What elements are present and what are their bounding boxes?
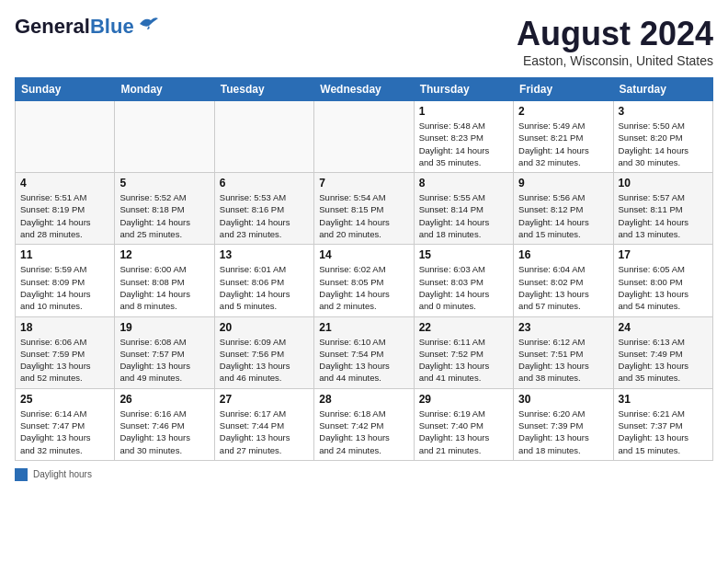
- day-info: Sunrise: 6:17 AM Sunset: 7:44 PM Dayligh…: [220, 408, 309, 456]
- day-number: 1: [419, 105, 508, 118]
- calendar-header-wednesday: Wednesday: [314, 78, 414, 101]
- day-info: Sunrise: 6:14 AM Sunset: 7:47 PM Dayligh…: [20, 408, 109, 456]
- day-info: Sunrise: 6:08 AM Sunset: 7:57 PM Dayligh…: [119, 336, 209, 385]
- day-info: Sunrise: 6:02 AM Sunset: 8:05 PM Dayligh…: [319, 263, 408, 312]
- day-number: 2: [518, 105, 608, 118]
- day-number: 9: [518, 177, 608, 190]
- day-number: 26: [119, 393, 209, 406]
- day-info: Sunrise: 6:04 AM Sunset: 8:02 PM Dayligh…: [518, 263, 608, 312]
- day-info: Sunrise: 6:13 AM Sunset: 7:49 PM Dayligh…: [619, 336, 708, 385]
- calendar-cell: 8Sunrise: 5:55 AM Sunset: 8:14 PM Daylig…: [414, 173, 513, 245]
- calendar-cell: 21Sunrise: 6:10 AM Sunset: 7:54 PM Dayli…: [314, 316, 414, 388]
- day-info: Sunrise: 6:12 AM Sunset: 7:51 PM Dayligh…: [518, 336, 608, 385]
- daylight-legend-box: [15, 468, 28, 481]
- day-info: Sunrise: 6:16 AM Sunset: 7:46 PM Dayligh…: [119, 408, 209, 456]
- day-info: Sunrise: 6:19 AM Sunset: 7:40 PM Dayligh…: [419, 408, 508, 456]
- calendar-cell: 11Sunrise: 5:59 AM Sunset: 8:09 PM Dayli…: [16, 245, 115, 316]
- day-number: 30: [518, 393, 608, 406]
- calendar-cell: 27Sunrise: 6:17 AM Sunset: 7:44 PM Dayli…: [214, 388, 313, 460]
- calendar-header-saturday: Saturday: [613, 78, 712, 101]
- calendar-week-1: 1Sunrise: 5:48 AM Sunset: 8:23 PM Daylig…: [16, 101, 713, 173]
- calendar-header-monday: Monday: [115, 78, 214, 101]
- daylight-label: Daylight hours: [33, 469, 92, 479]
- day-number: 19: [119, 321, 209, 334]
- day-info: Sunrise: 6:05 AM Sunset: 8:00 PM Dayligh…: [619, 263, 708, 312]
- calendar-cell: 31Sunrise: 6:21 AM Sunset: 7:37 PM Dayli…: [613, 388, 712, 460]
- day-number: 22: [419, 321, 508, 334]
- day-info: Sunrise: 6:00 AM Sunset: 8:08 PM Dayligh…: [119, 263, 209, 312]
- calendar-cell: 26Sunrise: 6:16 AM Sunset: 7:46 PM Dayli…: [115, 388, 214, 460]
- day-info: Sunrise: 5:56 AM Sunset: 8:12 PM Dayligh…: [518, 191, 608, 240]
- day-number: 29: [419, 393, 508, 406]
- calendar-cell: [214, 101, 313, 173]
- day-number: 23: [518, 321, 608, 334]
- calendar-cell: [115, 101, 214, 173]
- day-number: 25: [20, 393, 109, 406]
- title-area: August 2024 Easton, Wisconsin, United St…: [517, 15, 713, 68]
- day-number: 15: [419, 248, 508, 261]
- day-info: Sunrise: 5:49 AM Sunset: 8:21 PM Dayligh…: [518, 120, 608, 168]
- calendar-header-thursday: Thursday: [414, 78, 513, 101]
- day-info: Sunrise: 6:06 AM Sunset: 7:59 PM Dayligh…: [20, 336, 109, 385]
- calendar-cell: 3Sunrise: 5:50 AM Sunset: 8:20 PM Daylig…: [613, 101, 712, 173]
- day-info: Sunrise: 6:10 AM Sunset: 7:54 PM Dayligh…: [319, 336, 408, 385]
- calendar-week-3: 11Sunrise: 5:59 AM Sunset: 8:09 PM Dayli…: [16, 245, 713, 316]
- day-number: 21: [319, 321, 408, 334]
- calendar-cell: 16Sunrise: 6:04 AM Sunset: 8:02 PM Dayli…: [514, 245, 613, 316]
- calendar-cell: 14Sunrise: 6:02 AM Sunset: 8:05 PM Dayli…: [314, 245, 414, 316]
- calendar-cell: 29Sunrise: 6:19 AM Sunset: 7:40 PM Dayli…: [414, 388, 513, 460]
- day-info: Sunrise: 6:03 AM Sunset: 8:03 PM Dayligh…: [419, 263, 508, 312]
- day-info: Sunrise: 5:52 AM Sunset: 8:18 PM Dayligh…: [119, 191, 209, 240]
- calendar-cell: 15Sunrise: 6:03 AM Sunset: 8:03 PM Dayli…: [414, 245, 513, 316]
- day-info: Sunrise: 5:55 AM Sunset: 8:14 PM Dayligh…: [419, 191, 508, 240]
- calendar-cell: 22Sunrise: 6:11 AM Sunset: 7:52 PM Dayli…: [414, 316, 513, 388]
- day-number: 5: [119, 177, 209, 190]
- day-number: 20: [220, 321, 309, 334]
- day-info: Sunrise: 5:57 AM Sunset: 8:11 PM Dayligh…: [619, 191, 708, 240]
- calendar-week-4: 18Sunrise: 6:06 AM Sunset: 7:59 PM Dayli…: [16, 316, 713, 388]
- calendar-table: SundayMondayTuesdayWednesdayThursdayFrid…: [15, 77, 713, 461]
- calendar-cell: [314, 101, 414, 173]
- day-number: 10: [619, 177, 708, 190]
- calendar-header-row: SundayMondayTuesdayWednesdayThursdayFrid…: [16, 78, 713, 101]
- day-number: 14: [319, 248, 408, 261]
- day-number: 8: [419, 177, 508, 190]
- logo-text: GeneralBlue: [15, 15, 134, 39]
- calendar-cell: [16, 101, 115, 173]
- day-info: Sunrise: 6:11 AM Sunset: 7:52 PM Dayligh…: [419, 336, 508, 385]
- calendar-cell: 19Sunrise: 6:08 AM Sunset: 7:57 PM Dayli…: [115, 316, 214, 388]
- calendar-cell: 20Sunrise: 6:09 AM Sunset: 7:56 PM Dayli…: [214, 316, 313, 388]
- day-info: Sunrise: 5:59 AM Sunset: 8:09 PM Dayligh…: [20, 263, 109, 312]
- calendar-cell: 17Sunrise: 6:05 AM Sunset: 8:00 PM Dayli…: [613, 245, 712, 316]
- day-info: Sunrise: 6:20 AM Sunset: 7:39 PM Dayligh…: [518, 408, 608, 456]
- day-number: 3: [619, 105, 708, 118]
- day-info: Sunrise: 6:18 AM Sunset: 7:42 PM Dayligh…: [319, 408, 408, 456]
- calendar-cell: 9Sunrise: 5:56 AM Sunset: 8:12 PM Daylig…: [514, 173, 613, 245]
- day-number: 13: [220, 248, 309, 261]
- day-number: 6: [220, 177, 309, 190]
- day-number: 4: [20, 177, 109, 190]
- calendar-cell: 24Sunrise: 6:13 AM Sunset: 7:49 PM Dayli…: [613, 316, 712, 388]
- calendar-header-sunday: Sunday: [16, 78, 115, 101]
- calendar-cell: 28Sunrise: 6:18 AM Sunset: 7:42 PM Dayli…: [314, 388, 414, 460]
- calendar-cell: 18Sunrise: 6:06 AM Sunset: 7:59 PM Dayli…: [16, 316, 115, 388]
- calendar-header-tuesday: Tuesday: [214, 78, 313, 101]
- footer: Daylight hours: [15, 468, 713, 481]
- day-number: 16: [518, 248, 608, 261]
- day-info: Sunrise: 5:48 AM Sunset: 8:23 PM Dayligh…: [419, 120, 508, 168]
- day-info: Sunrise: 6:09 AM Sunset: 7:56 PM Dayligh…: [220, 336, 309, 385]
- day-number: 24: [619, 321, 708, 334]
- calendar-cell: 25Sunrise: 6:14 AM Sunset: 7:47 PM Dayli…: [16, 388, 115, 460]
- day-info: Sunrise: 6:21 AM Sunset: 7:37 PM Dayligh…: [619, 408, 708, 456]
- day-info: Sunrise: 6:01 AM Sunset: 8:06 PM Dayligh…: [220, 263, 309, 312]
- logo: GeneralBlue: [15, 15, 158, 39]
- day-number: 11: [20, 248, 109, 261]
- calendar-cell: 10Sunrise: 5:57 AM Sunset: 8:11 PM Dayli…: [613, 173, 712, 245]
- calendar-cell: 4Sunrise: 5:51 AM Sunset: 8:19 PM Daylig…: [16, 173, 115, 245]
- calendar-week-5: 25Sunrise: 6:14 AM Sunset: 7:47 PM Dayli…: [16, 388, 713, 460]
- location-title: Easton, Wisconsin, United States: [517, 53, 713, 68]
- day-info: Sunrise: 5:51 AM Sunset: 8:19 PM Dayligh…: [20, 191, 109, 240]
- day-number: 17: [619, 248, 708, 261]
- page-header: GeneralBlue August 2024 Easton, Wisconsi…: [15, 15, 713, 68]
- calendar-cell: 13Sunrise: 6:01 AM Sunset: 8:06 PM Dayli…: [214, 245, 313, 316]
